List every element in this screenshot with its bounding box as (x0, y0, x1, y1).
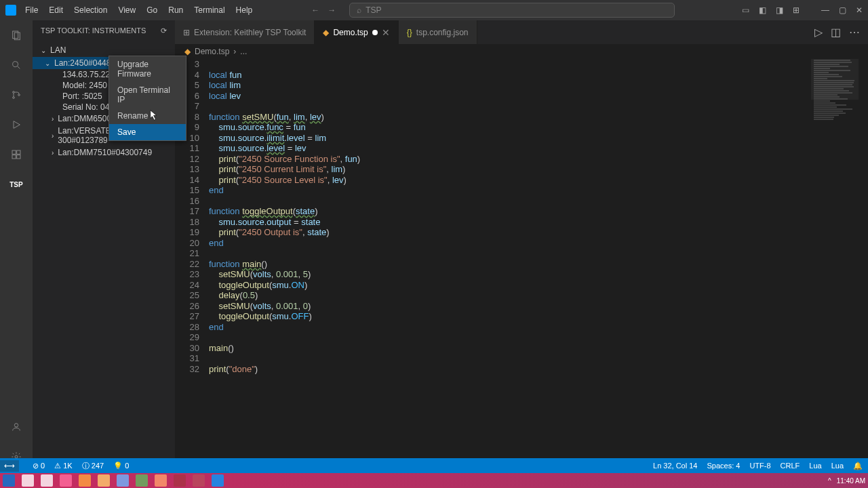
minimize-icon[interactable]: — (821, 5, 829, 15)
app-icon[interactable] (193, 474, 205, 487)
system-tray[interactable]: ^ 11:40 AM (828, 477, 865, 485)
start-button-icon[interactable] (3, 474, 15, 487)
code-editor[interactable]: 3456789101112131415161718192021222324252… (175, 59, 868, 472)
accounts-icon[interactable] (8, 419, 24, 435)
status-cursor[interactable]: Ln 32, Col 14 (653, 462, 697, 470)
menu-rename[interactable]: Rename (109, 108, 186, 124)
menu-save[interactable]: Save (109, 124, 186, 140)
run-icon[interactable]: ▷ (814, 26, 823, 39)
tab-extension[interactable]: ⊞ Extension: Keithley TSP Toolkit (175, 20, 315, 44)
tab-label: tsp.config.json (416, 28, 469, 37)
refresh-icon[interactable]: ⟳ (161, 26, 167, 35)
svg-point-6 (18, 94, 20, 96)
tab-label: Extension: Keithley TSP Toolkit (194, 28, 306, 37)
svg-point-4 (13, 92, 15, 94)
minimap[interactable] (811, 59, 859, 472)
status-spaces[interactable]: Spaces: 4 (707, 462, 740, 470)
status-lang[interactable]: Lua (809, 462, 821, 470)
extensions-icon[interactable] (8, 146, 24, 163)
nav-back-icon[interactable]: ← (311, 5, 319, 15)
source-control-icon[interactable] (8, 87, 24, 103)
nav-forward-icon[interactable]: → (328, 5, 336, 15)
maximize-icon[interactable]: ▢ (839, 5, 846, 15)
menu-go[interactable]: Go (142, 3, 162, 18)
app-icon[interactable] (155, 474, 167, 487)
app-icon[interactable] (174, 474, 186, 487)
tab-demo[interactable]: ◆ Demo.tsp ✕ (315, 20, 398, 44)
menubar: File Edit Selection View Go Run Terminal… (20, 3, 257, 18)
close-window-icon[interactable]: ✕ (856, 5, 863, 15)
status-hints[interactable]: 💡 0 (113, 462, 129, 470)
chevron-right-icon: › (52, 115, 54, 123)
menu-selection[interactable]: Selection (69, 3, 112, 18)
app-icon[interactable] (98, 474, 110, 487)
minimap-viewport[interactable] (811, 59, 859, 100)
menu-file[interactable]: File (20, 3, 43, 18)
command-center[interactable]: ⌕ TSP (349, 3, 675, 18)
activity-bar: TSP (0, 20, 33, 472)
breadcrumb-file: Demo.tsp (195, 47, 229, 56)
svg-rect-10 (12, 155, 16, 159)
menu-upgrade-firmware[interactable]: Upgrade Firmware (109, 56, 186, 82)
app-icon[interactable] (79, 474, 91, 487)
search-icon: ⌕ (357, 5, 361, 15)
explorer-icon[interactable] (8, 27, 24, 43)
file-icon: ◆ (323, 28, 329, 37)
svg-rect-9 (17, 150, 20, 154)
status-eol[interactable]: CRLF (781, 462, 800, 470)
status-errors[interactable]: ⊘ 0 (33, 462, 45, 470)
lan-label: LAN (50, 45, 66, 55)
menu-view[interactable]: View (113, 3, 140, 18)
status-info[interactable]: ⓘ 247 (82, 461, 104, 471)
menu-terminal[interactable]: Terminal (189, 3, 229, 18)
sidebar-title: TSP TOOLKIT: INSTRUMENTS (41, 26, 146, 35)
tree-label: Lan:2450#0448 (54, 58, 111, 68)
modified-dot-icon (372, 30, 378, 35)
split-editor-icon[interactable]: ◫ (831, 26, 841, 39)
app-icon[interactable] (136, 474, 148, 487)
tree-item[interactable]: › Lan:DMM7510#04300749 (33, 146, 175, 159)
toggle-secondary-icon[interactable]: ◨ (776, 5, 783, 15)
menu-open-terminal[interactable]: Open Terminal IP (109, 82, 186, 108)
search-taskbar-icon[interactable] (22, 474, 34, 487)
more-actions-icon[interactable]: ⋯ (849, 26, 860, 39)
chevron-down-icon: ⌄ (45, 60, 50, 67)
tray-chevron-icon[interactable]: ^ (828, 477, 831, 485)
toggle-sidebar-icon[interactable]: ◧ (759, 5, 766, 15)
customize-layout-icon[interactable]: ⊞ (793, 5, 800, 15)
toggle-panel-icon[interactable]: ▭ (742, 5, 749, 15)
status-notifications-icon[interactable]: 🔔 (853, 462, 863, 470)
file-icon: ◆ (184, 47, 191, 56)
breadcrumb-sep: › (233, 47, 236, 56)
editor-tabs: ⊞ Extension: Keithley TSP Toolkit ◆ Demo… (175, 20, 868, 44)
sidebar-header: TSP TOOLKIT: INSTRUMENTS ⟳ (33, 20, 175, 41)
chevron-right-icon: › (52, 132, 54, 140)
tsp-toolkit-icon[interactable]: TSP (8, 176, 24, 192)
close-tab-icon[interactable]: ✕ (382, 27, 390, 38)
context-menu: Upgrade Firmware Open Terminal IP Rename… (108, 56, 186, 141)
code-lines[interactable]: local funlocal limlocal levfunction setS… (209, 59, 868, 472)
svg-point-5 (13, 97, 15, 99)
vscode-taskbar-icon[interactable] (212, 474, 224, 487)
tab-config[interactable]: {} tsp.config.json (399, 20, 477, 44)
task-view-icon[interactable] (41, 474, 53, 487)
breadcrumb[interactable]: ◆ Demo.tsp › ... (175, 44, 868, 59)
chevron-right-icon: › (52, 149, 54, 157)
menu-help[interactable]: Help (231, 3, 258, 18)
menu-edit[interactable]: Edit (44, 3, 68, 18)
menu-run[interactable]: Run (163, 3, 188, 18)
run-debug-icon[interactable] (8, 117, 24, 133)
tray-time: 11:40 AM (837, 477, 865, 485)
lan-section[interactable]: ⌄ LAN (33, 43, 175, 57)
status-encoding[interactable]: UTF-8 (749, 462, 770, 470)
search-activity-icon[interactable] (8, 57, 24, 73)
app-icon[interactable] (117, 474, 129, 487)
chevron-down-icon: ⌄ (41, 47, 46, 54)
remote-indicator-icon[interactable]: ⟷ (0, 460, 19, 472)
svg-line-3 (18, 66, 20, 68)
status-warnings[interactable]: ⚠ 1K (54, 462, 73, 470)
vscode-logo-icon (5, 5, 16, 16)
app-icon[interactable] (60, 474, 72, 487)
status-lang2[interactable]: Lua (831, 462, 844, 470)
tree-label: Lan:DMM6500 (58, 114, 111, 123)
